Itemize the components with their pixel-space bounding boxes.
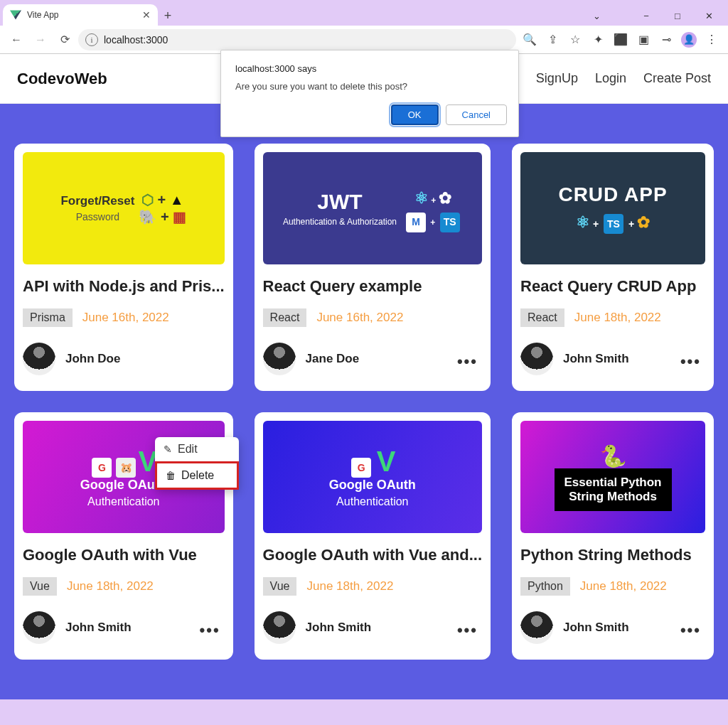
dialog-message: Are you sure you want to delete this pos… — [235, 81, 504, 92]
post-date: June 18th, 2022 — [306, 579, 393, 594]
browser-tab[interactable]: Vite App ✕ — [3, 4, 158, 26]
pencil-icon: ✎ — [164, 444, 172, 455]
menu-button[interactable]: ⋮ — [701, 29, 722, 50]
post-tag[interactable]: React — [520, 308, 564, 327]
post-title: Python String Methods — [520, 546, 705, 564]
delete-label: Delete — [181, 469, 214, 482]
post-date: June 18th, 2022 — [67, 579, 154, 594]
author-avatar — [23, 343, 55, 375]
window-close-button[interactable]: ✕ — [695, 6, 722, 26]
post-thumbnail: Forget/Reset Password ⬡ + ▲ 🐘 + ▦ — [23, 152, 225, 264]
site-info-icon[interactable]: i — [85, 33, 98, 46]
reload-button[interactable]: ⟳ — [54, 29, 75, 50]
author-name: Jane Doe — [306, 352, 360, 366]
author-name: John Smith — [563, 621, 629, 635]
author-avatar — [263, 343, 296, 375]
url-text: localhost:3000 — [104, 34, 168, 45]
close-tab-icon[interactable]: ✕ — [142, 9, 151, 21]
post-tag[interactable]: Vue — [23, 577, 57, 596]
post-context-menu: ✎ Edit 🗑 Delete — [155, 437, 239, 490]
dialog-host: localhost:3000 says — [235, 63, 504, 74]
author-avatar — [263, 611, 296, 644]
post-title: Google OAuth with Vue — [23, 546, 225, 564]
share-icon[interactable]: ⇪ — [542, 29, 563, 50]
vite-favicon-icon — [10, 9, 21, 21]
more-menu-button[interactable]: ••• — [200, 621, 220, 640]
post-card[interactable]: G V Google OAuth Authentication Google O… — [255, 412, 491, 660]
window-maximize-button[interactable]: □ — [664, 6, 691, 26]
post-date: June 18th, 2022 — [574, 311, 661, 325]
author-avatar — [520, 343, 553, 375]
author-name: John Smith — [563, 352, 629, 366]
extensions-icon[interactable]: ✦ — [587, 29, 609, 50]
nav-login[interactable]: Login — [595, 71, 626, 86]
window-titlebar: Vite App ✕ + ⌄ − □ ✕ — [0, 0, 728, 26]
confirm-dialog: localhost:3000 says Are you sure you wan… — [220, 50, 519, 137]
window-controls: ⌄ − □ ✕ — [583, 6, 725, 26]
author-name: John Smith — [65, 621, 132, 635]
profile-button[interactable]: 👤 — [678, 29, 700, 50]
zoom-icon[interactable]: 🔍 — [519, 29, 540, 50]
post-date: June 18th, 2022 — [580, 579, 667, 594]
post-tag[interactable]: React — [263, 308, 307, 327]
back-button[interactable]: ← — [6, 29, 27, 50]
post-title: API with Node.js and Pris... — [23, 277, 225, 296]
panel-icon[interactable]: ▣ — [633, 29, 654, 50]
window-minimize-button[interactable]: − — [633, 6, 660, 26]
post-card[interactable]: Forget/Reset Password ⬡ + ▲ 🐘 + ▦ API wi… — [14, 144, 233, 391]
post-title: React Query CRUD App — [520, 277, 705, 296]
post-title: React Query example — [263, 277, 482, 296]
edit-post-item[interactable]: ✎ Edit — [155, 437, 239, 461]
key-icon[interactable]: ⊸ — [655, 29, 677, 50]
author-name: John Smith — [306, 621, 372, 635]
delete-post-item[interactable]: 🗑 Delete — [155, 461, 239, 490]
post-title: Google OAuth with Vue and... — [263, 546, 482, 564]
post-thumbnail: CRUD APP ⚛ + TS + ✿ — [520, 152, 705, 264]
new-tab-button[interactable]: + — [158, 6, 178, 26]
nav-create-post[interactable]: Create Post — [643, 71, 711, 86]
address-bar[interactable]: i localhost:3000 — [78, 29, 516, 50]
post-tag[interactable]: Prisma — [23, 308, 73, 327]
nav-signup[interactable]: SignUp — [536, 71, 578, 86]
more-menu-button[interactable]: ••• — [680, 353, 701, 371]
forward-button[interactable]: → — [30, 29, 51, 50]
thumb-text: Essential Python String Methods — [555, 468, 672, 511]
cancel-button[interactable]: Cancel — [446, 104, 507, 125]
post-card[interactable]: 🐍 Essential Python String Methods Python… — [512, 412, 714, 660]
edit-label: Edit — [178, 443, 198, 456]
post-grid: Forget/Reset Password ⬡ + ▲ 🐘 + ▦ API wi… — [0, 104, 728, 699]
post-date: June 16th, 2022 — [316, 311, 403, 325]
post-thumbnail: 🐍 Essential Python String Methods — [520, 421, 705, 533]
post-tag[interactable]: Vue — [263, 577, 297, 596]
author-avatar — [520, 611, 553, 644]
more-menu-button[interactable]: ••• — [457, 621, 478, 640]
window-dropdown-icon[interactable]: ⌄ — [583, 6, 610, 26]
author-name: John Doe — [65, 352, 120, 366]
post-thumbnail: G V Google OAuth Authentication — [263, 421, 482, 533]
post-thumbnail: JWT Authentication & Authorization ⚛ + ✿… — [263, 152, 482, 264]
post-date: June 16th, 2022 — [82, 311, 169, 325]
author-avatar — [23, 611, 55, 644]
more-menu-button[interactable]: ••• — [680, 621, 701, 640]
more-menu-button[interactable]: ••• — [457, 353, 478, 371]
trash-icon: 🗑 — [166, 470, 176, 481]
brand-logo[interactable]: CodevoWeb — [17, 70, 107, 88]
post-tag[interactable]: Python — [520, 577, 570, 596]
ok-button[interactable]: OK — [391, 104, 439, 125]
post-card[interactable]: CRUD APP ⚛ + TS + ✿ React Query CRUD App… — [512, 144, 714, 391]
tab-title: Vite App — [27, 10, 58, 20]
post-card[interactable]: JWT Authentication & Authorization ⚛ + ✿… — [255, 144, 491, 391]
bookmark-icon[interactable]: ☆ — [564, 29, 586, 50]
devtools-icon[interactable]: ⬛ — [610, 29, 631, 50]
